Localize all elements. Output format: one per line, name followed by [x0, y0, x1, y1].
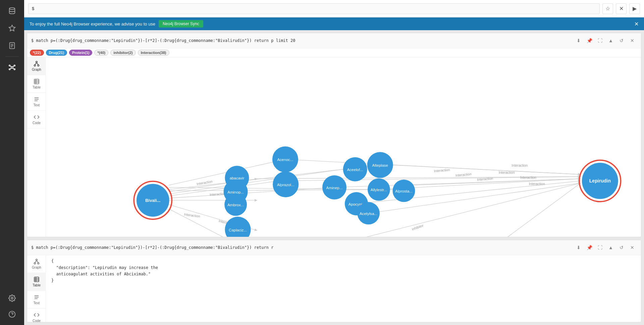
main-content: ☆ ✕ ▶ To enjoy the full Neo4j Browser ex…: [24, 0, 644, 325]
sidebar-icon-settings[interactable]: [4, 290, 20, 306]
refresh-button-1[interactable]: ↺: [617, 36, 626, 45]
tab-code-label-1: Code: [33, 121, 41, 125]
svg-text:Aceelof...: Aceelof...: [347, 168, 363, 172]
svg-point-87: [34, 263, 36, 264]
svg-text:Lepirudin: Lepirudin: [589, 178, 611, 184]
svg-text:Interaction: Interaction: [499, 171, 515, 174]
close-card-button-1[interactable]: ✕: [628, 36, 637, 45]
badge-all-nodes[interactable]: *(22): [30, 50, 44, 56]
card-1-body: Graph Table Text: [27, 57, 641, 237]
tab-graph-label-2: Graph: [32, 266, 41, 269]
banner-close-button[interactable]: ✕: [634, 21, 639, 27]
badge-drug[interactable]: Drug(21): [46, 50, 67, 56]
collapse-button-2[interactable]: ▲: [606, 243, 615, 252]
tab-table-label-1: Table: [33, 86, 41, 89]
card-2-actions: ⬇ 📌 ⛶ ▲ ↺ ✕: [574, 243, 637, 252]
sidebar-divider-1: [5, 56, 19, 57]
svg-text:Interaction: Interaction: [434, 168, 450, 173]
badge-interaction[interactable]: Interaction(38): [138, 50, 169, 56]
pin-button-1[interactable]: 📌: [585, 36, 594, 45]
graph-area-1[interactable]: Interaction Interaction Interaction Inte…: [46, 57, 641, 237]
card-2-header: $ match p=(:Drug{drug_commonname:"Lepiru…: [27, 240, 641, 255]
close-button[interactable]: ✕: [616, 3, 627, 14]
svg-line-89: [35, 261, 37, 263]
svg-point-10: [14, 69, 15, 70]
play-button[interactable]: ▶: [629, 3, 640, 14]
svg-line-14: [13, 68, 14, 69]
tab-text-label-2: Text: [34, 301, 40, 305]
svg-line-50: [285, 159, 581, 174]
svg-text:Interaction: Interaction: [529, 182, 545, 186]
tab-table-2[interactable]: Table: [27, 273, 46, 291]
svg-point-8: [14, 65, 15, 66]
tab-graph-label-1: Graph: [32, 68, 41, 71]
svg-line-21: [35, 63, 37, 65]
refresh-button-2[interactable]: ↺: [617, 243, 626, 252]
svg-marker-1: [9, 25, 15, 31]
svg-text:Interaction: Interaction: [512, 164, 528, 167]
sidebar-icon-help[interactable]: [4, 306, 20, 322]
node-caplaciz[interactable]: [225, 217, 251, 237]
card-1-query: $ match p=(:Drug{drug_commonname:"Lepiru…: [31, 38, 571, 43]
card-1: $ match p=(:Drug{drug_commonname:"Lepiru…: [27, 33, 641, 237]
badge-protein[interactable]: Protein(1): [69, 50, 92, 56]
svg-line-13: [10, 68, 12, 69]
tab-text-1[interactable]: Text: [27, 93, 46, 111]
close-card-button-2[interactable]: ✕: [628, 243, 637, 252]
svg-point-20: [38, 65, 39, 66]
svg-point-18: [36, 61, 38, 63]
svg-point-86: [36, 259, 38, 261]
tab-code-1[interactable]: Code: [27, 111, 46, 128]
tab-text-2[interactable]: Text: [27, 291, 46, 309]
table-text-2: { "description": "Lepirudin may increase…: [51, 258, 158, 284]
svg-point-15: [11, 297, 13, 299]
svg-line-12: [13, 66, 14, 67]
svg-text:inhibitor: inhibitor: [412, 223, 424, 231]
badge-inhibitor[interactable]: inhibitor(2): [110, 50, 136, 56]
svg-line-51: [357, 181, 581, 204]
pin-button-2[interactable]: 📌: [585, 243, 594, 252]
svg-text:abacavir: abacavir: [230, 176, 245, 180]
card-1-toolbar: *(22) Drug(21) Protein(1) *(40) inhibito…: [27, 48, 641, 57]
svg-point-0: [9, 8, 15, 10]
svg-line-22: [37, 63, 38, 65]
svg-point-19: [34, 65, 36, 66]
svg-line-11: [10, 66, 12, 67]
svg-point-88: [38, 263, 39, 264]
svg-text:Aminep...: Aminep...: [326, 186, 343, 190]
badge-all-rels[interactable]: *(40): [94, 50, 108, 56]
sidebar-bottom: [4, 290, 20, 322]
svg-text:Interaction: Interaction: [210, 192, 226, 197]
expand-button-1[interactable]: ⛶: [595, 36, 605, 45]
card-2-query: $ match p=(:Drug{drug_commonname:"Lepiru…: [31, 245, 571, 250]
svg-text:Bivali...: Bivali...: [145, 198, 160, 203]
tab-graph-1[interactable]: Graph: [27, 57, 46, 75]
card-2-side-tabs: Graph Table Text: [27, 255, 46, 322]
svg-line-46: [481, 183, 581, 237]
download-button-2[interactable]: ⬇: [574, 243, 583, 252]
tab-text-label-1: Text: [34, 103, 40, 107]
sidebar-icon-network[interactable]: [4, 59, 20, 75]
svg-text:Interaction: Interaction: [455, 172, 472, 177]
card-1-header: $ match p=(:Drug{drug_commonname:"Lepiru…: [27, 33, 641, 48]
tab-table-1[interactable]: Table: [27, 75, 46, 93]
expand-button-2[interactable]: ⛶: [595, 243, 605, 252]
tab-code-label-2: Code: [33, 319, 41, 322]
query-input[interactable]: [28, 3, 600, 14]
banner: To enjoy the full Neo4j Browser experien…: [24, 17, 644, 30]
browser-sync-button[interactable]: Neo4j Browser Sync: [159, 20, 203, 28]
tab-graph-2[interactable]: Graph: [27, 255, 46, 273]
sidebar-icon-database[interactable]: [4, 3, 20, 19]
download-button-1[interactable]: ⬇: [574, 36, 583, 45]
tab-code-2[interactable]: Code: [27, 309, 46, 322]
svg-point-7: [9, 65, 10, 66]
svg-text:Alprosta...: Alprosta...: [395, 189, 413, 193]
svg-text:Alprazol...: Alprazol...: [277, 183, 294, 187]
card-1-side-tabs: Graph Table Text: [27, 57, 46, 237]
star-button[interactable]: ☆: [602, 3, 613, 14]
sidebar-icon-document[interactable]: [4, 38, 20, 54]
collapse-button-1[interactable]: ▲: [606, 36, 615, 45]
sidebar-icon-favorites[interactable]: [4, 20, 20, 36]
svg-text:Caplaciz...: Caplaciz...: [229, 228, 247, 232]
svg-text:Interaction: Interaction: [520, 176, 536, 179]
